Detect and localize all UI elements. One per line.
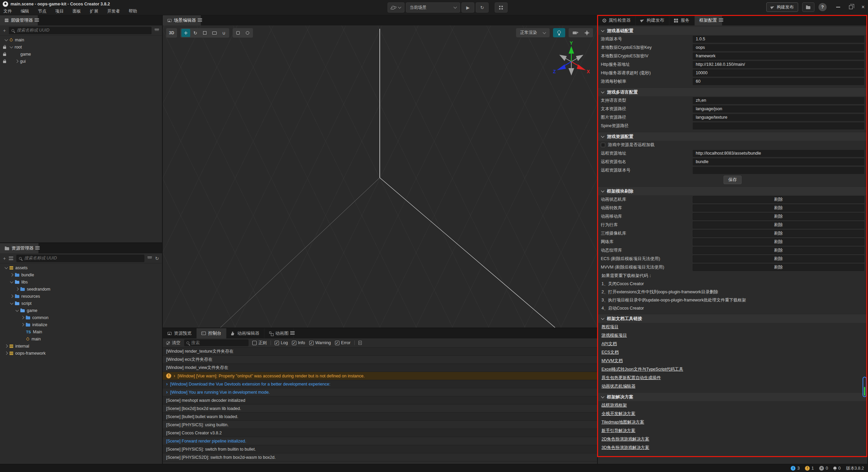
console-filter-error[interactable]: ✓Error <box>335 340 351 345</box>
chev-down-icon[interactable] <box>16 308 19 312</box>
notification-count[interactable]: 0 <box>833 466 841 471</box>
filter-icon[interactable] <box>155 29 159 29</box>
remove-button[interactable]: 剔除 <box>693 204 864 212</box>
console-log-row[interactable]: [Window] render_texture文件夹存在 <box>163 348 597 356</box>
field-input[interactable]: 1.0.5 <box>693 36 864 43</box>
console-log-row[interactable]: !›[Window] [Vue warn]: Property "onInput… <box>163 372 597 380</box>
tab-assets[interactable]: 资源管理器 <box>0 243 39 253</box>
chev-right-icon[interactable] <box>5 345 8 348</box>
open-project-folder-button[interactable] <box>802 2 814 12</box>
doc-link[interactable]: 战棋游戏框架 <box>601 402 627 408</box>
remove-button[interactable]: 剔除 <box>693 230 864 237</box>
doc-link[interactable]: MVVM文档 <box>601 358 623 364</box>
tab-scene-editor[interactable]: 场景编辑器 <box>163 15 201 25</box>
panel-menu-icon[interactable] <box>35 246 40 247</box>
doc-link[interactable]: 2D角色扮演游戏解决方案 <box>601 436 649 442</box>
inspector-tab[interactable]: 属性检查器 <box>598 15 636 25</box>
tree-item[interactable]: root <box>0 43 162 51</box>
doc-link[interactable]: 3D角色扮演游戏解决方案 <box>601 445 649 451</box>
scrollbar[interactable] <box>863 377 867 397</box>
chev-right-icon[interactable] <box>10 273 14 277</box>
panel-menu-icon[interactable] <box>35 18 39 19</box>
tree-item[interactable]: bundle <box>0 271 162 278</box>
menu-item[interactable]: 面板 <box>73 8 81 14</box>
menu-item[interactable]: 帮助 <box>129 8 137 14</box>
section-header[interactable]: 框架解决方案 <box>598 392 867 401</box>
help-button[interactable]: ? <box>818 3 827 11</box>
console-log-row[interactable]: [Scene] [box2d]:box2d wasm lib loaded. <box>163 405 597 413</box>
log-file-icon[interactable] <box>358 341 362 345</box>
console-log-row[interactable]: [Scene] [PHYSICS2D]: switch from box2d-w… <box>163 453 597 461</box>
doc-link[interactable]: Tiledmap地图解决方案 <box>601 419 644 425</box>
console-log-row[interactable]: [Scene] meshopt wasm decoder initialized <box>163 396 597 405</box>
doc-link[interactable]: Excel格式转Json文件与TypeScript代码工具 <box>601 367 683 372</box>
console-log-row[interactable]: ›[Window] Download the Vue Devtools exte… <box>163 380 597 388</box>
menu-item[interactable]: 编辑 <box>21 8 29 14</box>
create-asset-button[interactable]: + <box>3 256 6 261</box>
remove-button[interactable]: 剔除 <box>693 264 864 271</box>
coordinate-button[interactable] <box>243 29 252 37</box>
orientation-gizmo[interactable]: Y X Z <box>549 40 593 84</box>
build-publish-button[interactable]: 构建发布 <box>766 2 798 12</box>
menu-item[interactable]: 开发者 <box>107 8 120 14</box>
doc-link[interactable]: 原生包热更新配置自动生成插件 <box>601 375 661 381</box>
console-log-row[interactable]: [Scene] [PHYSICS]: switch from builtin t… <box>163 445 597 453</box>
panel-menu-icon[interactable] <box>719 18 723 19</box>
section-header[interactable]: 框架文档工具链接 <box>598 314 867 323</box>
field-input[interactable] <box>693 122 864 130</box>
menu-item[interactable]: 文件 <box>3 8 12 14</box>
filter-icon[interactable] <box>147 257 152 257</box>
remove-button[interactable]: 剔除 <box>693 247 864 254</box>
section-header[interactable]: 游戏资源配置 <box>598 132 867 141</box>
tree-item[interactable]: TSMain <box>0 328 162 335</box>
chev-right-icon[interactable] <box>21 323 24 327</box>
field-input[interactable]: language/json <box>693 105 864 113</box>
tree-item[interactable]: resources <box>0 293 162 300</box>
transform-gizmo-button[interactable]: ∪ <box>219 29 228 37</box>
remove-button[interactable]: 剔除 <box>693 213 864 220</box>
preview-target-button[interactable] <box>388 2 405 13</box>
inspector-tab[interactable]: 构建发布 <box>636 15 669 25</box>
preview-qr-button[interactable] <box>495 2 508 13</box>
doc-link[interactable]: 游戏模板项目 <box>601 333 627 338</box>
create-node-button[interactable]: + <box>3 28 6 33</box>
section-header[interactable]: 游戏基础配置 <box>598 26 867 35</box>
sort-icon[interactable] <box>9 257 13 257</box>
toggle-3d-button[interactable]: 3D <box>166 28 177 38</box>
menu-item[interactable]: 项目 <box>55 8 64 14</box>
console-log-row[interactable]: [Scene] Forward render pipeline initiali… <box>163 437 597 445</box>
tree-item[interactable]: oops-framework <box>0 350 162 357</box>
field-input[interactable]: 60 <box>693 78 864 85</box>
lighting-toggle-button[interactable] <box>553 28 565 37</box>
tree-item[interactable]: game <box>0 307 162 314</box>
assets-search-input[interactable]: 搜索名称或 UUID <box>16 255 144 262</box>
regex-checkbox[interactable]: 正则 <box>252 340 267 346</box>
doc-link[interactable]: 全栈开发解决方案 <box>601 411 635 417</box>
tree-item[interactable]: assets <box>0 264 162 271</box>
console-search-input[interactable]: 搜索 <box>184 339 249 346</box>
move-tool-button[interactable]: ✛ <box>181 29 190 37</box>
console-log-row[interactable]: [Scene] [bullet]:bullet wasm lib loaded. <box>163 413 597 421</box>
field-input[interactable]: bundle <box>693 158 864 165</box>
remove-button[interactable]: 剔除 <box>693 238 864 245</box>
expand-chevron-icon[interactable]: › <box>166 389 168 395</box>
restore-button[interactable] <box>849 5 853 9</box>
console-filter-warning[interactable]: ✓Warning <box>309 340 331 345</box>
field-input[interactable]: language/texture <box>693 114 864 121</box>
doc-link[interactable]: API文档 <box>601 341 617 347</box>
tree-item[interactable]: game <box>0 51 162 58</box>
tree-item[interactable]: main <box>0 36 162 43</box>
scene-select[interactable]: 当前场景 <box>406 2 460 13</box>
chev-down-icon[interactable] <box>10 280 14 283</box>
rotate-tool-button[interactable]: ↻ <box>191 29 200 37</box>
checkbox-icon[interactable] <box>601 143 605 147</box>
console-tab[interactable]: 资源预览 <box>163 328 197 338</box>
tree-item[interactable]: internal <box>0 342 162 350</box>
console-filter-info[interactable]: ✓Info <box>292 340 305 345</box>
chev-right-icon[interactable] <box>16 288 19 291</box>
tree-item[interactable]: initialize <box>0 321 162 328</box>
console-filter-log[interactable]: ✓Log <box>275 340 288 345</box>
chev-down-icon[interactable] <box>10 301 14 304</box>
pivot-button[interactable] <box>234 29 242 37</box>
inspector-tab[interactable]: 服务 <box>669 15 695 25</box>
